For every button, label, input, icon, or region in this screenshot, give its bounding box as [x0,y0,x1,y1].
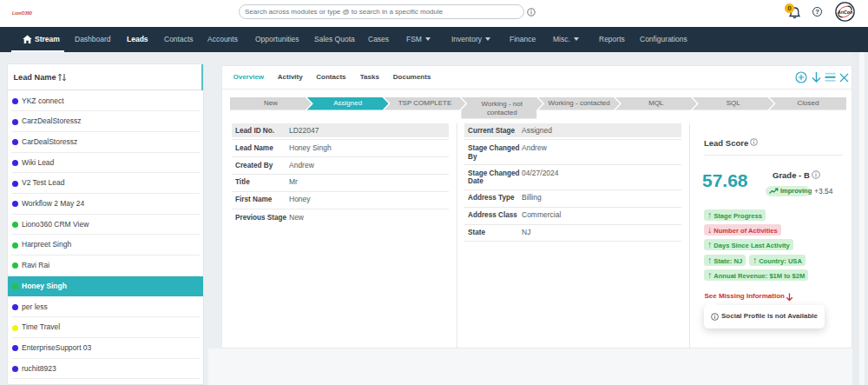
svg-text:AriCon: AriCon [837,10,852,15]
